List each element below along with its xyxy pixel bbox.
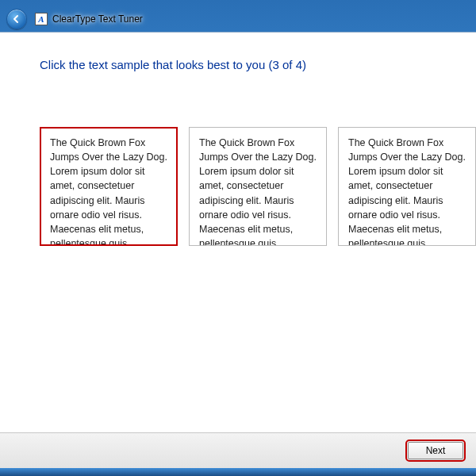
- titlebar: A ClearType Text Tuner: [0, 6, 476, 32]
- sample-row: The Quick Brown Fox Jumps Over the Lazy …: [40, 127, 476, 246]
- text-sample-1[interactable]: The Quick Brown Fox Jumps Over the Lazy …: [40, 127, 178, 246]
- page-heading: Click the text sample that looks best to…: [40, 58, 476, 71]
- text-sample-2[interactable]: The Quick Brown Fox Jumps Over the Lazy …: [189, 127, 327, 246]
- back-arrow-icon: [12, 14, 21, 24]
- bottom-frame-glow: [0, 468, 476, 476]
- wizard-footer: Next: [0, 432, 476, 468]
- next-button[interactable]: Next: [408, 442, 463, 459]
- back-button[interactable]: [6, 9, 27, 29]
- content-area: Click the text sample that looks best to…: [0, 32, 476, 468]
- app-icon: A: [35, 13, 48, 25]
- window-title: ClearType Text Tuner: [52, 13, 143, 25]
- content-inner: Click the text sample that looks best to…: [0, 33, 476, 432]
- wizard-window: A ClearType Text Tuner Click the text sa…: [0, 6, 476, 468]
- text-sample-3[interactable]: The Quick Brown Fox Jumps Over the Lazy …: [338, 127, 476, 246]
